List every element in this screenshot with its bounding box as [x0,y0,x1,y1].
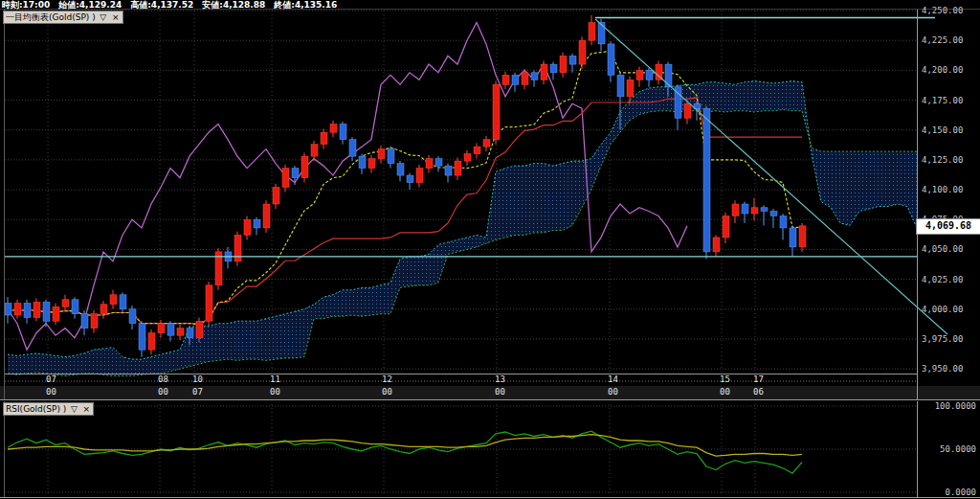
trading-chart-window: 時刻:17:00 始値:4,129.24 高値:4,137.52 安値:4,12… [0,0,980,499]
indicator-tag-rsi[interactable]: RSI(Gold(SP) )▽× [3,402,94,416]
close-icon[interactable]: × [81,403,91,415]
indicator-tag-label: RSI(Gold(SP) ) [6,403,66,415]
close-icon[interactable]: × [111,11,121,23]
indicator-tag-label: 一目均衡表(Gold(SP) ) [6,11,96,23]
indicator-tag-ichimoku[interactable]: 一目均衡表(Gold(SP) )▽× [3,11,123,24]
chart-canvas[interactable] [0,0,980,499]
collapse-icon[interactable]: ▽ [99,11,108,23]
collapse-icon[interactable]: ▽ [69,403,78,415]
